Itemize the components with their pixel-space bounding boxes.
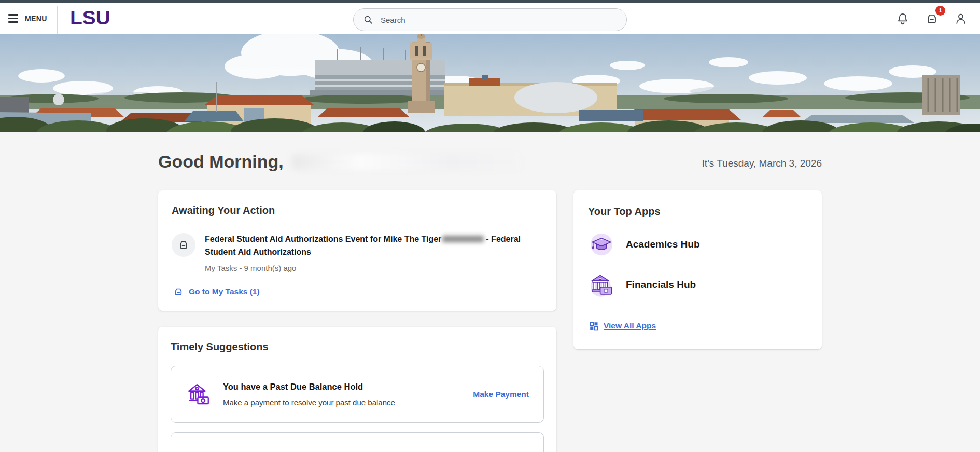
menu-button[interactable]: MENU (8, 3, 47, 34)
apps-grid-icon (589, 321, 598, 331)
suggestion-item: You have a Past Due Balance Hold Make a … (171, 366, 544, 423)
profile-icon (954, 18, 968, 27)
view-all-apps-row: View All Apps (589, 321, 807, 331)
bell-icon (896, 18, 909, 27)
topbar-icon-group: 1 (896, 3, 968, 34)
inbox-tray-icon (173, 286, 184, 297)
suggestion-title: You have a Past Due Balance Hold (223, 382, 455, 392)
profile-button[interactable] (954, 12, 968, 25)
go-to-my-tasks-link[interactable]: Go to My Tasks (1) (189, 287, 260, 296)
task-body: Federal Student Aid Authorizations Event… (205, 233, 541, 272)
redacted-student-id (442, 236, 484, 242)
my-tasks-inbox-button[interactable]: 1 (925, 12, 939, 25)
left-column: Awaiting Your Action Federal Student Aid… (158, 190, 556, 452)
notifications-button[interactable] (896, 12, 909, 25)
greeting-row: Good Morning, It's Tuesday, March 3, 202… (158, 132, 822, 172)
your-top-apps-card: Your Top Apps Academics Hub (573, 190, 822, 349)
timely-card-title: Timely Suggestions (171, 341, 544, 353)
task-title-text: Federal Student Aid Authorizations Event… (205, 235, 441, 243)
right-column: Your Top Apps Academics Hub (573, 190, 822, 349)
apps-card-title: Your Top Apps (588, 206, 807, 217)
task-title: Federal Student Aid Authorizations Event… (205, 233, 541, 259)
greeting-text: Good Morning, (158, 152, 284, 172)
main-content: Good Morning, It's Tuesday, March 3, 202… (158, 132, 822, 452)
search-input[interactable] (380, 15, 617, 25)
suggestion-item-partial (171, 432, 544, 452)
bank-money-icon (588, 271, 615, 298)
task-meta: My Tasks - 9 month(s) ago (205, 264, 541, 272)
go-to-my-tasks-row: Go to My Tasks (1) (173, 286, 543, 297)
greeting-title: Good Morning, (158, 152, 519, 172)
make-payment-link[interactable]: Make Payment (473, 390, 529, 399)
topbar-divider (57, 6, 58, 34)
app-item-financials-hub[interactable]: Financials Hub (588, 271, 807, 298)
suggestion-body: You have a Past Due Balance Hold Make a … (223, 382, 455, 407)
task-avatar (172, 233, 195, 257)
task-item[interactable]: Federal Student Aid Authorizations Event… (172, 233, 543, 272)
graduation-cap-icon (588, 231, 615, 258)
awaiting-your-action-card: Awaiting Your Action Federal Student Aid… (158, 190, 556, 311)
topbar: MENU LSU 1 (0, 3, 980, 34)
timely-suggestions-card: Timely Suggestions (158, 327, 556, 452)
inbox-tray-icon (925, 18, 939, 27)
redacted-user-name (292, 154, 519, 170)
search-bar[interactable] (353, 8, 627, 31)
menu-label: MENU (25, 15, 47, 23)
lsu-logo[interactable]: LSU (70, 7, 110, 29)
current-date-text: It's Tuesday, March 3, 2026 (702, 158, 822, 172)
app-label: Academics Hub (626, 239, 700, 250)
search-icon (363, 15, 373, 25)
hamburger-icon (8, 14, 18, 23)
awaiting-card-title: Awaiting Your Action (172, 204, 543, 216)
suggestion-description: Make a payment to resolve your past due … (223, 398, 455, 407)
view-all-apps-link[interactable]: View All Apps (604, 321, 656, 331)
campus-hero-image (0, 34, 980, 132)
app-label: Financials Hub (626, 279, 696, 291)
bank-outline-icon (186, 381, 212, 407)
app-item-academics-hub[interactable]: Academics Hub (588, 231, 807, 258)
inbox-count-badge: 1 (935, 6, 945, 16)
inbox-tray-icon (178, 239, 189, 251)
